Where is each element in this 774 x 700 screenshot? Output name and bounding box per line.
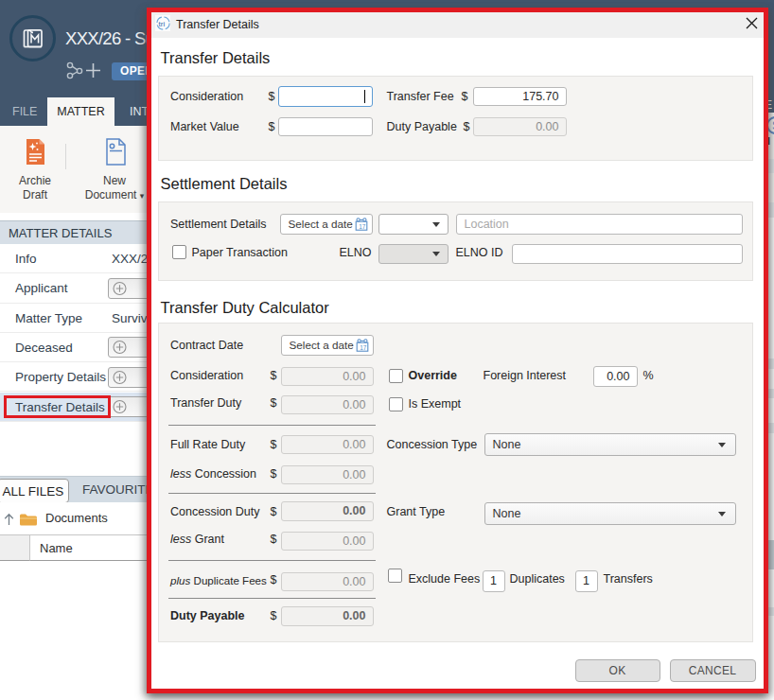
svg-text:17: 17 [359,222,366,229]
svg-text:17: 17 [360,344,367,351]
svg-text:tri: tri [159,19,166,27]
